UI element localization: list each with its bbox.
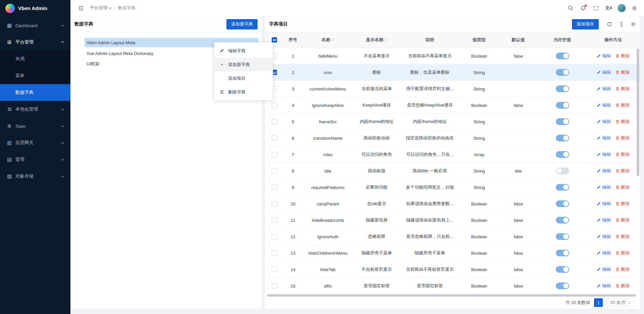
delete-link[interactable]: 删除 [615,184,630,190]
search-button[interactable] [564,0,577,16]
app-logo[interactable]: Vben Admin [0,0,70,16]
allow-null-toggle[interactable] [556,53,569,59]
sidebar-item-object-storage[interactable]: ▧ 对象存储 [0,168,70,185]
allow-null-toggle[interactable] [556,266,569,273]
add-dictionary-button[interactable]: 添加新字典 [226,19,258,29]
column-header-display-name[interactable]: 显示名称 [354,32,400,48]
edit-link[interactable]: 编辑 [597,201,611,207]
row-checkbox[interactable] [272,103,277,108]
column-header-allow-null[interactable]: 允许空值 [538,32,586,48]
row-checkbox[interactable] [272,119,277,124]
allow-null-toggle[interactable] [556,200,569,207]
row-checkbox[interactable] [272,250,277,256]
row-checkbox[interactable] [272,168,277,174]
row-checkbox[interactable] [272,217,277,223]
delete-link[interactable]: 删除 [615,201,630,207]
allow-null-toggle[interactable] [556,250,569,256]
delete-link[interactable]: 删除 [615,250,630,256]
column-header-index[interactable]: 序号 [284,32,302,48]
sidebar-item-layout[interactable]: 布局 [0,51,70,67]
sidebar-item-platform[interactable]: ⊞ 平台管理 [0,34,70,51]
row-checkbox[interactable] [272,234,277,239]
allow-null-toggle[interactable] [556,102,569,109]
edit-link[interactable]: 编辑 [597,102,611,108]
row-checkbox[interactable] [272,152,277,157]
allow-null-toggle[interactable] [556,69,569,76]
row-checkbox[interactable] [272,267,277,272]
delete-link[interactable]: 删除 [615,151,630,158]
sidebar-item-management[interactable]: ▤ 管理 [0,151,70,168]
delete-link[interactable]: 删除 [615,234,630,240]
user-menu[interactable] [615,0,628,16]
menu-fold-button[interactable] [74,0,87,16]
edit-link[interactable]: 编辑 [597,184,611,190]
context-menu-delete-dictionary[interactable]: 删除字典 [214,85,273,99]
allow-null-toggle[interactable] [556,85,569,92]
sort-icons[interactable] [332,39,334,41]
breadcrumb-parent[interactable]: 平台管理 [90,5,111,11]
delete-link[interactable]: 删除 [615,119,630,125]
delete-link[interactable]: 删除 [615,217,630,223]
context-menu-add-dictionary[interactable]: + 添加新字典 [214,58,273,71]
row-checkbox[interactable] [272,201,277,206]
select-all-checkbox[interactable] [272,37,277,43]
notifications-button[interactable] [577,0,590,16]
row-checkbox[interactable] [272,283,277,289]
delete-link[interactable]: 删除 [615,102,630,108]
edit-link[interactable]: 编辑 [597,119,611,125]
context-menu-add-item[interactable]: 添加项目 [214,71,273,85]
delete-link[interactable]: 删除 [615,168,630,174]
allow-null-toggle[interactable] [556,151,569,158]
context-menu-edit-dictionary[interactable]: 编辑字典 [214,44,273,58]
allow-null-toggle[interactable] [556,233,569,240]
edit-link[interactable]: 编辑 [597,168,611,174]
column-settings-button[interactable] [631,21,636,27]
sort-icons[interactable] [385,39,387,41]
allow-null-toggle[interactable] [556,168,569,174]
page-number-button[interactable]: 1 [594,298,603,307]
row-height-button[interactable] [619,22,624,27]
vertical-scrollbar[interactable] [637,49,639,176]
delete-link[interactable]: 删除 [615,53,630,59]
language-button[interactable]: 文A [602,0,615,16]
edit-link[interactable]: 编辑 [597,86,611,92]
edit-link[interactable]: 编辑 [597,250,611,256]
sidebar-item-gateway[interactable]: ▥ 应用网关 [0,134,70,151]
sidebar-item-menu[interactable]: 菜单 [0,67,70,84]
row-checkbox[interactable] [272,185,277,190]
edit-link[interactable]: 编辑 [597,69,611,75]
column-header-name[interactable]: 名称 [302,32,354,48]
column-header-default-value[interactable]: 默认值 [498,32,538,48]
allow-null-toggle[interactable] [556,135,569,141]
fullscreen-button[interactable] [590,0,602,16]
allow-null-toggle[interactable] [556,282,569,289]
column-header-value-type[interactable]: 值类型 [460,32,498,48]
edit-link[interactable]: 编辑 [597,217,611,223]
edit-link[interactable]: 编辑 [597,266,611,272]
edit-link[interactable]: 编辑 [597,234,611,240]
column-header-description[interactable]: 说明 [400,32,460,48]
sidebar-item-dashboard[interactable]: ▦ Dashboard [0,17,70,34]
refresh-button[interactable] [607,21,612,27]
edit-link[interactable]: 编辑 [597,135,611,141]
sidebar-item-localization[interactable]: ⧉ 本地化管理 [0,101,70,118]
edit-link[interactable]: 编辑 [597,283,611,289]
allow-null-toggle[interactable] [556,184,569,191]
sidebar-item-saas[interactable]: ⊕ Saas [0,118,70,134]
delete-link[interactable]: 删除 [615,69,630,75]
column-header-operations[interactable]: 操作方法 [586,32,640,48]
delete-link[interactable]: 删除 [615,135,630,141]
edit-link[interactable]: 编辑 [597,151,611,158]
page-size-select[interactable]: 25 条/页 [607,298,634,307]
allow-null-toggle[interactable] [556,217,569,224]
row-checkbox[interactable] [272,135,277,141]
add-item-button[interactable]: 添加项目 [572,19,599,29]
delete-link[interactable]: 删除 [615,86,630,92]
sidebar-item-data-dictionary[interactable]: 数据字典 [0,84,70,101]
edit-link[interactable]: 编辑 [597,53,611,59]
delete-link[interactable]: 删除 [615,266,630,272]
delete-link[interactable]: 删除 [615,283,630,289]
allow-null-toggle[interactable] [556,118,569,125]
settings-button[interactable] [628,0,641,16]
horizontal-scrollbar[interactable] [267,294,636,297]
